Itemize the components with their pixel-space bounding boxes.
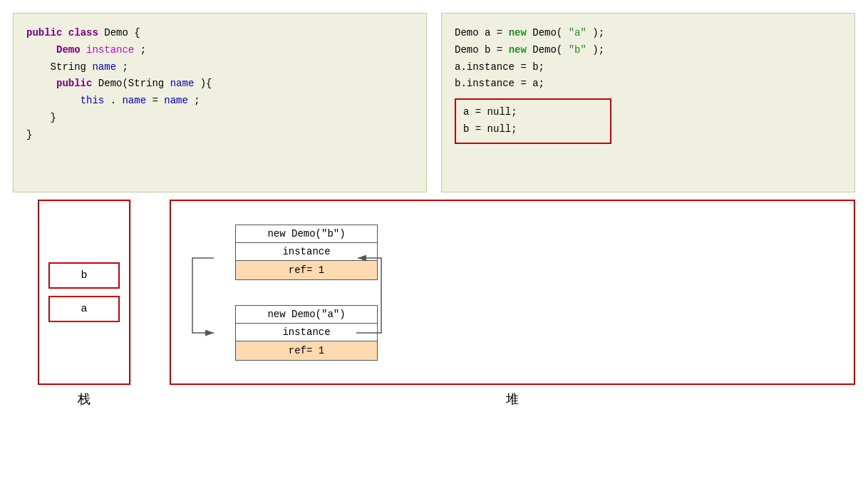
code-line-4: public Demo(String name ){ bbox=[26, 76, 413, 93]
heap-panel: new Demo("b") instance ref= 1 new Demo("… bbox=[170, 200, 855, 408]
heap-container: new Demo("b") instance ref= 1 new Demo("… bbox=[170, 200, 855, 385]
heap-object-b: new Demo("b") instance ref= 1 bbox=[235, 225, 378, 280]
code-line-1: public class Demo { bbox=[26, 25, 413, 42]
obj-b-field: instance bbox=[236, 243, 377, 261]
code-line-6: } bbox=[26, 110, 413, 127]
stack-var-a: a bbox=[48, 296, 120, 322]
highlighted-code-block: a = null; b = null; bbox=[455, 98, 611, 144]
heap-object-a: new Demo("a") instance ref= 1 bbox=[235, 305, 378, 361]
right-line-2: Demo b = new Demo( "b" ); bbox=[455, 42, 842, 59]
highlighted-line-1: a = null; bbox=[463, 104, 603, 121]
highlighted-line-2: b = null; bbox=[463, 121, 603, 138]
heap-label: 堆 bbox=[506, 391, 519, 408]
code-line-2: Demo instance ; bbox=[26, 42, 413, 59]
left-code-panel: public class Demo { Demo instance ; Stri… bbox=[13, 13, 427, 192]
obj-a-ref: ref= 1 bbox=[236, 341, 377, 360]
stack-var-b: b bbox=[48, 262, 120, 289]
obj-a-header: new Demo("a") bbox=[236, 306, 377, 324]
right-line-4: b.instance = a; bbox=[455, 76, 842, 93]
right-code-panel: Demo a = new Demo( "a" ); Demo b = new D… bbox=[441, 13, 855, 192]
code-line-5: this . name = name ; bbox=[26, 93, 413, 110]
obj-b-header: new Demo("b") bbox=[236, 225, 377, 243]
code-line-7: } bbox=[26, 127, 413, 144]
code-line-3: String name ; bbox=[26, 59, 413, 76]
stack-label: 栈 bbox=[78, 391, 91, 408]
stack-panel: b a 栈 bbox=[13, 200, 155, 408]
right-line-3: a.instance = b; bbox=[455, 59, 842, 76]
obj-a-field: instance bbox=[236, 324, 377, 341]
stack-container: b a bbox=[38, 200, 130, 385]
right-line-1: Demo a = new Demo( "a" ); bbox=[455, 25, 842, 42]
obj-b-ref: ref= 1 bbox=[236, 261, 377, 279]
